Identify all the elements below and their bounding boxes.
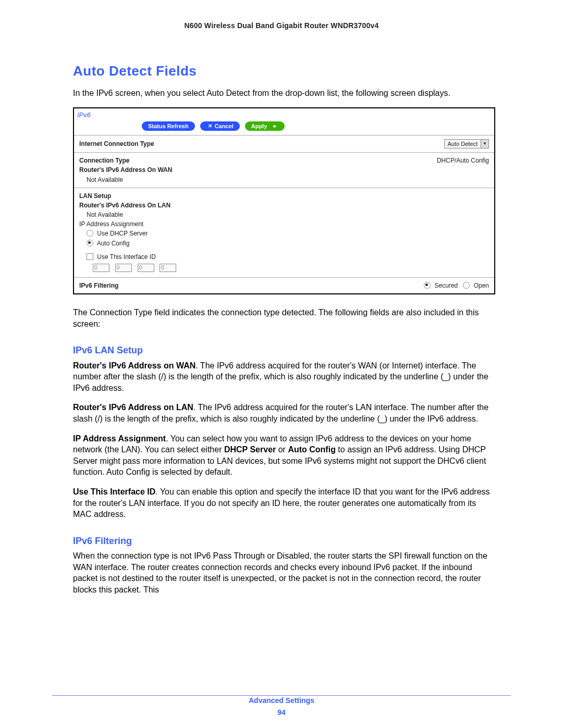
interface-id-field-1[interactable]: 0: [93, 264, 109, 272]
apply-arrow-icon: ▸: [271, 122, 278, 130]
option-label: Open: [474, 282, 489, 289]
ipv6-filtering-options: Secured Open: [424, 281, 489, 290]
filtering-secured-option[interactable]: Secured: [424, 282, 459, 289]
filtering-open-option[interactable]: Open: [463, 282, 489, 289]
footer-page-number: 94: [0, 708, 563, 718]
lan-paragraph-2: Router's IPv6 Address on LAN. The IPv6 a…: [73, 402, 495, 424]
auto-config-option[interactable]: Auto Config: [87, 239, 129, 248]
checkbox-icon: [87, 253, 93, 260]
option-label: Use This Interface ID: [97, 253, 156, 261]
lan-p2-bold: Router's IPv6 Address on LAN: [73, 403, 193, 412]
status-refresh-button[interactable]: Status Refresh: [142, 121, 195, 131]
interface-id-field-4[interactable]: 0: [160, 264, 176, 272]
radio-icon: [87, 240, 93, 246]
after-panel-paragraph: The Connection Type field indicates the …: [73, 307, 495, 329]
lan-paragraph-3: IP Address Assignment. You can select ho…: [73, 433, 495, 478]
use-interface-id-option[interactable]: Use This Interface ID: [87, 253, 156, 261]
page-footer: Advanced Settings 94: [0, 696, 563, 718]
option-label: Secured: [435, 282, 458, 289]
lan-p3-bold2: DHCP Server: [224, 445, 276, 454]
option-label: Auto Config: [97, 240, 130, 247]
filtering-paragraph-1: When the connection type is not IPv6 Pas…: [73, 550, 495, 595]
button-label: Apply: [251, 122, 267, 130]
internet-connection-type-label: Internet Connection Type: [79, 140, 154, 148]
radio-icon: [87, 230, 93, 237]
ipv6-lan-setup-heading: IPv6 LAN Setup: [73, 344, 495, 356]
apply-button[interactable]: Apply ▸: [245, 121, 285, 131]
button-label: Cancel: [215, 122, 234, 130]
option-label: Use DHCP Server: [97, 230, 148, 237]
panel-title: IPv6: [74, 108, 494, 121]
ipv6-filtering-label: IPv6 Filtering: [79, 281, 118, 290]
wan-address-value: Not Available: [87, 176, 123, 184]
lan-address-label: Router's IPv6 Address On LAN: [79, 201, 170, 209]
lan-p3-bold: IP Address Assignment: [73, 434, 166, 443]
cancel-button[interactable]: ✕ Cancel: [200, 121, 240, 131]
interface-id-field-2[interactable]: 0: [115, 264, 132, 272]
use-dhcp-option[interactable]: Use DHCP Server: [87, 229, 148, 238]
internet-connection-type-select[interactable]: Auto Detect ▼: [444, 139, 489, 149]
ipv6-filtering-heading: IPv6 Filtering: [73, 535, 495, 547]
close-icon: ✕: [206, 122, 214, 130]
button-label: Status Refresh: [148, 122, 189, 130]
lan-paragraph-4: Use This Interface ID. You can enable th…: [73, 486, 495, 520]
select-value: Auto Detect: [445, 140, 481, 148]
intro-paragraph: In the IPv6 screen, when you select Auto…: [73, 88, 495, 99]
lan-setup-heading: LAN Setup: [79, 192, 111, 200]
ipv6-screenshot-panel: IPv6 Status Refresh ✕ Cancel Apply ▸ Int…: [73, 107, 495, 295]
lan-address-value: Not Available: [87, 211, 123, 219]
chevron-down-icon: ▼: [481, 140, 488, 148]
radio-icon: [463, 282, 470, 289]
radio-icon: [424, 282, 431, 289]
ip-address-assignment-label: IP Address Assignment: [79, 220, 143, 228]
document-header: N600 Wireless Dual Band Gigabit Router W…: [0, 21, 563, 31]
lan-p1-bold: Router's IPv6 Address on WAN: [73, 361, 195, 370]
wan-address-label: Router's IPv6 Address On WAN: [79, 166, 172, 174]
connection-type-label: Connection Type: [79, 156, 129, 165]
lan-p3-bold3: Auto Config: [288, 445, 336, 454]
lan-paragraph-1: Router's IPv6 Address on WAN. The IPv6 a…: [73, 360, 495, 394]
section-title: Auto Detect Fields: [73, 62, 495, 80]
footer-section-name: Advanced Settings: [0, 696, 563, 706]
connection-type-value: DHCP/Auto Config: [437, 156, 489, 165]
lan-p4-bold: Use This Interface ID: [73, 487, 155, 496]
lan-p3-mid2: or: [276, 445, 288, 454]
panel-button-row: Status Refresh ✕ Cancel Apply ▸: [74, 120, 494, 135]
interface-id-fields: 0: 0: 0: 0: [79, 262, 489, 274]
interface-id-field-3[interactable]: 0: [138, 264, 154, 272]
